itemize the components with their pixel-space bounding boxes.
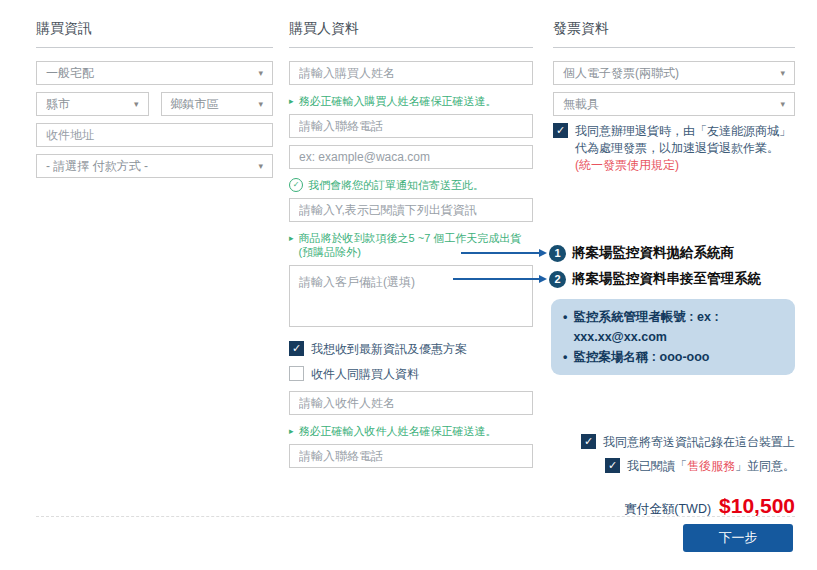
- buyer-name-note: ▸ 務必正確輸入購買人姓名確保正確送達。: [289, 94, 533, 108]
- dotted-divider: [36, 516, 795, 517]
- county-select[interactable]: 縣市 ▾: [36, 92, 149, 116]
- buyer-name-note-text: 務必正確輸入購買人姓名確保正確送達。: [299, 94, 497, 108]
- email-note: ✓ 我們會將您的訂單通知信寄送至此。: [289, 178, 533, 192]
- buyer-email-input[interactable]: [289, 145, 533, 169]
- circle-check-icon: ✓: [289, 178, 303, 192]
- check-icon: ✓: [584, 436, 593, 447]
- purchase-info-section: 購買資訊 一般宅配 ▾ 縣市 ▾ 鄉鎮市區 ▾ - 請選擇 付款方式 - ▾: [36, 14, 273, 185]
- next-button[interactable]: 下一步: [683, 524, 793, 552]
- terms-checkbox[interactable]: ✓: [605, 458, 620, 473]
- customer-remark-textarea[interactable]: [289, 265, 533, 327]
- invoice-type-select[interactable]: 個人電子發票(兩聯式) ▾: [553, 61, 795, 85]
- note-arrow-icon: ▸: [289, 231, 294, 245]
- step-2-text: 將案場監控資料串接至管理系統: [572, 270, 761, 288]
- payment-method-select[interactable]: - 請選擇 付款方式 - ▾: [36, 154, 273, 178]
- step-1-text: 將案場監控資料拋給系統商: [572, 244, 734, 262]
- arrow-head-icon: [539, 275, 547, 283]
- step-1-badge: 1: [549, 245, 566, 262]
- after-sales-service-link[interactable]: 售後服務: [687, 459, 735, 473]
- device-record-checkbox[interactable]: ✓: [581, 434, 596, 449]
- return-agree-text: 我同意辦理退貨時，由「友達能源商城」代為處理發票，以加速退貨退款作業。: [575, 124, 791, 155]
- recipient-name-note-text: 務必正確輸入收件人姓名確保正確送達。: [299, 424, 497, 438]
- payment-method-value: - 請選擇 付款方式 -: [46, 158, 148, 175]
- invoice-info-section: 發票資料 個人電子發票(兩聯式) ▾ 無載具 ▾ ✓ 我同意辦理退貨時，由「友達…: [553, 14, 795, 182]
- return-agree-checkbox-row[interactable]: ✓ 我同意辦理退貨時，由「友達能源商城」代為處理發票，以加速退貨退款作業。 (統…: [553, 123, 795, 174]
- shipping-method-value: 一般宅配: [46, 65, 94, 82]
- return-agree-label: 我同意辦理退貨時，由「友達能源商城」代為處理發票，以加速退貨退款作業。 (統一發…: [575, 123, 795, 174]
- district-select[interactable]: 鄉鎮市區 ▾: [161, 92, 274, 116]
- chevron-down-icon: ▾: [258, 99, 263, 109]
- invoice-rules-link[interactable]: (統一發票使用規定): [575, 158, 679, 172]
- annotation-step-2: 2 將案場監控資料串接至管理系統: [549, 270, 761, 288]
- total-amount: $10,500: [719, 494, 795, 518]
- device-record-checkbox-row[interactable]: ✓ 我同意將寄送資訊記錄在這台裝置上: [581, 434, 795, 451]
- same-as-buyer-checkbox-row[interactable]: 收件人同購買人資料: [289, 366, 533, 383]
- check-icon: ✓: [292, 343, 301, 354]
- footer-agreements: ✓ 我同意將寄送資訊記錄在這台裝置上 ✓ 我已閱讀「售後服務」並同意。 實付金額…: [581, 434, 795, 518]
- total-row: 實付金額(TWD) $10,500: [624, 494, 795, 518]
- terms-suffix: 」並同意。: [735, 459, 795, 473]
- invoice-info-title: 發票資料: [553, 14, 795, 48]
- email-note-text: 我們會將您的訂單通知信寄送至此。: [308, 178, 484, 192]
- info-line: • 監控案場名稱 : ooo-ooo: [563, 347, 783, 367]
- recipient-name-input[interactable]: [289, 391, 533, 415]
- buyer-info-section: 購買人資料 ▸ 務必正確輸入購買人姓名確保正確送達。 ✓ 我們會將您的訂單通知信…: [289, 14, 533, 475]
- check-icon: ✓: [556, 125, 565, 136]
- chevron-down-icon: ▾: [780, 99, 785, 109]
- terms-checkbox-row[interactable]: ✓ 我已閱讀「售後服務」並同意。: [605, 458, 795, 475]
- bullet-icon: •: [563, 307, 567, 347]
- same-as-buyer-checkbox[interactable]: [289, 366, 304, 381]
- shipping-note-text: 商品將於收到款項後之5 ~7 個工作天完成出貨(預購品除外): [299, 231, 533, 259]
- county-value: 縣市: [46, 96, 70, 113]
- chevron-down-icon: ▾: [134, 99, 139, 109]
- monitor-account-text: 監控系統管理者帳號 : ex : xxx.xx@xx.com: [573, 307, 783, 347]
- district-value: 鄉鎮市區: [171, 96, 219, 113]
- bullet-icon: •: [563, 347, 567, 367]
- checkout-page: 購買資訊 一般宅配 ▾ 縣市 ▾ 鄉鎮市區 ▾ - 請選擇 付款方式 - ▾ 購…: [0, 0, 817, 570]
- check-icon: ✓: [608, 460, 617, 471]
- annotation-step-1: 1 將案場監控資料拋給系統商: [549, 244, 734, 262]
- newsletter-checkbox[interactable]: ✓: [289, 341, 304, 356]
- shipping-note: ▸ 商品將於收到款項後之5 ~7 個工作天完成出貨(預購品除外): [289, 231, 533, 259]
- info-line: • 監控系統管理者帳號 : ex : xxx.xx@xx.com: [563, 307, 783, 347]
- shipping-method-select[interactable]: 一般宅配 ▾: [36, 61, 273, 85]
- carrier-select[interactable]: 無載具 ▾: [553, 92, 795, 116]
- device-record-label: 我同意將寄送資訊記錄在這台裝置上: [603, 434, 795, 451]
- newsletter-label: 我想收到最新資訊及優惠方案: [311, 341, 467, 358]
- terms-prefix: 我已閱讀「: [627, 459, 687, 473]
- chevron-down-icon: ▾: [780, 68, 785, 78]
- newsletter-checkbox-row[interactable]: ✓ 我想收到最新資訊及優惠方案: [289, 341, 533, 358]
- address-input[interactable]: [36, 123, 273, 147]
- arrow-to-step-1: [461, 252, 539, 254]
- chevron-down-icon: ▾: [258, 161, 263, 171]
- recipient-name-note: ▸ 務必正確輸入收件人姓名確保正確送達。: [289, 424, 533, 438]
- terms-label: 我已閱讀「售後服務」並同意。: [627, 458, 795, 475]
- monitoring-info-box: • 監控系統管理者帳號 : ex : xxx.xx@xx.com • 監控案場名…: [551, 299, 795, 375]
- return-agree-checkbox[interactable]: ✓: [553, 123, 568, 138]
- invoice-type-value: 個人電子發票(兩聯式): [563, 65, 679, 82]
- read-confirm-input[interactable]: [289, 198, 533, 222]
- carrier-value: 無載具: [563, 96, 599, 113]
- recipient-phone-input[interactable]: [289, 444, 533, 468]
- monitor-site-name-text: 監控案場名稱 : ooo-ooo: [573, 347, 709, 367]
- chevron-down-icon: ▾: [258, 68, 263, 78]
- note-arrow-icon: ▸: [289, 424, 294, 438]
- arrow-head-icon: [539, 249, 547, 257]
- arrow-to-step-2: [453, 278, 539, 280]
- buyer-info-title: 購買人資料: [289, 14, 533, 48]
- step-2-badge: 2: [549, 271, 566, 288]
- region-row: 縣市 ▾ 鄉鎮市區 ▾: [36, 92, 273, 123]
- purchase-info-title: 購買資訊: [36, 14, 273, 48]
- buyer-name-input[interactable]: [289, 61, 533, 85]
- buyer-phone-input[interactable]: [289, 114, 533, 138]
- same-as-buyer-label: 收件人同購買人資料: [311, 366, 419, 383]
- note-arrow-icon: ▸: [289, 94, 294, 108]
